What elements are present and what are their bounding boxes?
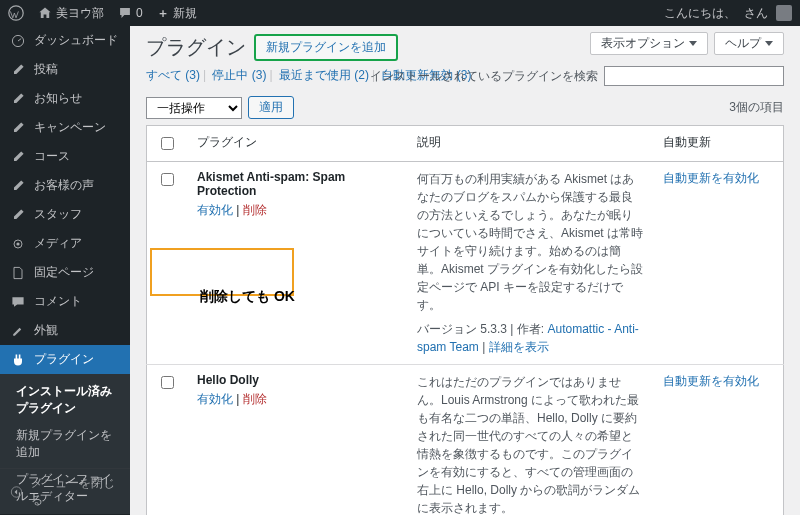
chevron-down-icon [689, 41, 697, 46]
sidebar-item-media[interactable]: メディア [0, 229, 130, 258]
site-name: 美ヨウ部 [56, 5, 104, 22]
sidebar-label: コメント [34, 293, 82, 310]
sidebar-label: スタッフ [34, 206, 82, 223]
sidebar-label: キャンペーン [34, 119, 106, 136]
enable-auto-update-link[interactable]: 自動更新を有効化 [663, 171, 759, 185]
collapse-label: メニューを閉じる [31, 475, 120, 509]
select-all-top[interactable] [161, 137, 174, 150]
sidebar-item-comments[interactable]: コメント [0, 287, 130, 316]
wp-logo[interactable] [8, 5, 24, 21]
avatar[interactable] [776, 5, 792, 21]
greeting: こんにちは、 [664, 5, 736, 22]
admin-sidebar: ダッシュボード 投稿 お知らせ キャンペーン コース お客様の声 スタッフ メデ… [0, 26, 130, 515]
submenu-installed[interactable]: インストール済みプラグイン [0, 378, 130, 422]
details-link[interactable]: 詳細を表示 [489, 340, 549, 354]
tablenav-top: 一括操作 適用 3個の項目 [146, 96, 784, 119]
plugin-description: これはただのプラグインではありません。Louis Armstrong によって歌… [417, 375, 640, 515]
col-plugin[interactable]: プラグイン [187, 126, 407, 162]
sidebar-item-campaign[interactable]: キャンペーン [0, 113, 130, 142]
row-checkbox[interactable] [161, 173, 174, 186]
activate-link[interactable]: 有効化 [197, 203, 233, 217]
plugin-search-input[interactable] [604, 66, 784, 86]
apply-button[interactable]: 適用 [248, 96, 294, 119]
sidebar-item-plugins[interactable]: プラグイン [0, 345, 130, 374]
user-name: さん [744, 5, 768, 22]
col-auto[interactable]: 自動更新 [653, 126, 784, 162]
sidebar-item-pages[interactable]: 固定ページ [0, 258, 130, 287]
sidebar-item-course[interactable]: コース [0, 142, 130, 171]
content-area: 表示オプション ヘルプ プラグイン 新規プラグインを追加 すべて (3)| 停止… [130, 26, 800, 515]
enable-auto-update-link[interactable]: 自動更新を有効化 [663, 374, 759, 388]
submenu-add-new[interactable]: 新規プラグインを追加 [0, 422, 130, 466]
filter-all[interactable]: すべて (3) [146, 68, 200, 82]
chevron-down-icon [765, 41, 773, 46]
sidebar-label: プラグイン [34, 351, 94, 368]
sidebar-item-news[interactable]: お知らせ [0, 84, 130, 113]
sidebar-label: ダッシュボード [34, 32, 118, 49]
plugin-meta: バージョン 5.3.3 | 作者: Automattic - Anti-spam… [417, 320, 643, 356]
delete-link[interactable]: 削除 [243, 203, 267, 217]
delete-link[interactable]: 削除 [243, 392, 267, 406]
sidebar-label: お客様の声 [34, 177, 94, 194]
col-desc[interactable]: 説明 [407, 126, 653, 162]
new-label: 新規 [173, 5, 197, 22]
sidebar-item-staff[interactable]: スタッフ [0, 200, 130, 229]
sidebar-label: 外観 [34, 322, 58, 339]
search-label: インストールされているプラグインを検索 [370, 68, 598, 85]
items-count: 3個の項目 [729, 99, 784, 116]
admin-bar: 美ヨウ部 0 ＋新規 こんにちは、 さん [0, 0, 800, 26]
plugin-description: 何百万もの利用実績がある Akismet はあなたのブログをスパムから保護する最… [417, 172, 643, 312]
screen-options-button[interactable]: 表示オプション [590, 32, 708, 55]
page-title: プラグイン [146, 34, 246, 61]
sidebar-label: 投稿 [34, 61, 58, 78]
new-content[interactable]: ＋新規 [157, 5, 197, 22]
collapse-menu[interactable]: メニューを閉じる [0, 468, 130, 515]
table-row: Akismet Anti-spam: Spam Protection有効化 | … [147, 162, 784, 365]
activate-link[interactable]: 有効化 [197, 392, 233, 406]
plugin-name: Akismet Anti-spam: Spam Protection [197, 170, 345, 198]
help-label: ヘルプ [725, 35, 761, 52]
comments-count: 0 [136, 6, 143, 20]
filter-inactive[interactable]: 停止中 (3) [212, 68, 266, 82]
table-row: Hello Dolly有効化 | 削除これはただのプラグインではありません。Lo… [147, 365, 784, 516]
screen-options-label: 表示オプション [601, 35, 685, 52]
sidebar-item-voice[interactable]: お客様の声 [0, 171, 130, 200]
help-button[interactable]: ヘルプ [714, 32, 784, 55]
sidebar-label: コース [34, 148, 70, 165]
sidebar-item-posts[interactable]: 投稿 [0, 55, 130, 84]
site-link[interactable]: 美ヨウ部 [38, 5, 104, 22]
sidebar-label: お知らせ [34, 90, 82, 107]
plugins-table: プラグイン 説明 自動更新 Akismet Anti-spam: Spam Pr… [146, 125, 784, 515]
comments-link[interactable]: 0 [118, 6, 143, 20]
add-new-plugin-button[interactable]: 新規プラグインを追加 [254, 34, 398, 61]
sidebar-item-appearance[interactable]: 外観 [0, 316, 130, 345]
filter-recent[interactable]: 最近まで使用 (2) [279, 68, 369, 82]
bulk-action-select[interactable]: 一括操作 [146, 97, 242, 119]
sidebar-label: メディア [34, 235, 82, 252]
sidebar-item-dashboard[interactable]: ダッシュボード [0, 26, 130, 55]
plugin-name: Hello Dolly [197, 373, 259, 387]
sidebar-label: 固定ページ [34, 264, 94, 281]
row-checkbox[interactable] [161, 376, 174, 389]
